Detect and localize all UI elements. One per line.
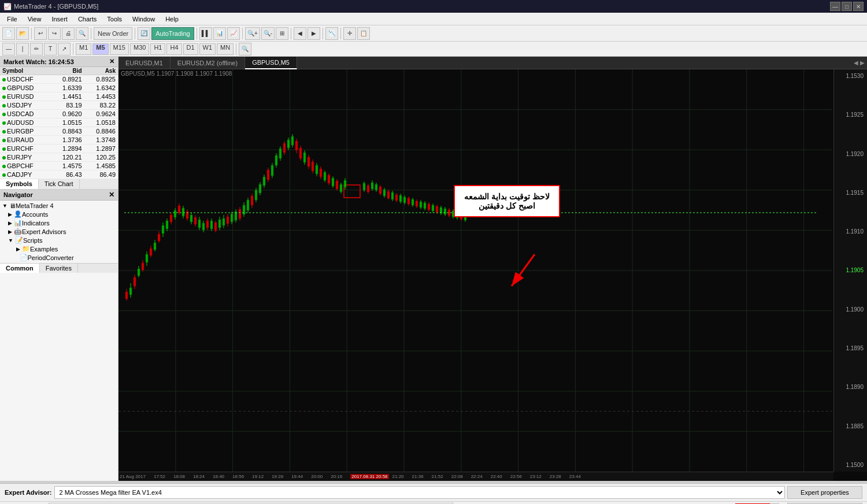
tf-mn[interactable]: MN <box>217 43 234 55</box>
redo-button[interactable]: ↪ <box>48 27 61 40</box>
mw-dot <box>2 130 6 134</box>
market-watch-row[interactable]: AUDUSD 1.0515 1.0518 <box>0 118 118 127</box>
tf-w1[interactable]: W1 <box>199 43 216 55</box>
nav-item-period-converter[interactable]: 📄 PeriodConverter <box>0 253 118 262</box>
svg-rect-99 <box>279 149 281 158</box>
template-button[interactable]: 📋 <box>357 27 370 40</box>
line-tool[interactable]: — <box>2 43 15 55</box>
market-watch-row[interactable]: EURCHF 1.2894 1.2897 <box>0 144 118 153</box>
print-button[interactable]: 🖨 <box>62 27 75 40</box>
svg-rect-121 <box>324 172 326 180</box>
h-line-tool[interactable]: | <box>16 43 29 55</box>
zoom-out-button[interactable]: 🔍- <box>261 27 275 40</box>
svg-rect-35 <box>150 249 152 255</box>
market-watch-row[interactable]: USDCAD 0.9620 0.9624 <box>0 110 118 118</box>
col-ask: Ask <box>84 67 118 75</box>
market-watch-row[interactable]: USDCHF 0.8921 0.8925 <box>0 75 118 84</box>
menu-help[interactable]: Help <box>161 14 183 24</box>
open-button[interactable]: 📂 <box>16 27 29 40</box>
close-button[interactable]: ✕ <box>853 2 864 11</box>
auto-trading-button[interactable]: AutoTrading <box>151 27 194 40</box>
zoom-in-button[interactable]: 🔍+ <box>245 27 260 40</box>
tab-tick-chart[interactable]: Tick Chart <box>39 179 80 189</box>
indicator-button[interactable]: 📉 <box>325 27 338 40</box>
price-1895: 1.1895 <box>835 345 866 351</box>
time-axis: 21 Aug 2017 17:52 18:08 18:24 18:40 18:5… <box>118 472 833 481</box>
market-watch-row[interactable]: USDJPY 83.19 83.22 <box>0 101 118 110</box>
print-prev-button[interactable]: 🔍 <box>76 27 88 40</box>
nav-tab-common[interactable]: Common <box>0 264 40 273</box>
menu-charts[interactable]: Charts <box>73 14 101 24</box>
col-symbol: Symbol <box>0 67 50 75</box>
tf-d1[interactable]: D1 <box>183 43 198 55</box>
market-watch-row[interactable]: GBPUSD 1.6339 1.6342 <box>0 84 118 92</box>
scroll-right-button[interactable]: ▶ <box>307 27 320 40</box>
tf-h1[interactable]: H1 <box>150 43 165 55</box>
market-watch-row[interactable]: EURAUD 1.3736 1.3748 <box>0 136 118 144</box>
chart-tab-gbpusd-m5[interactable]: GBPUSD,M5 <box>245 57 297 69</box>
title-bar-title: 📈 MetaTrader 4 - [GBPUSD,M5] <box>3 3 98 10</box>
nav-item-indicators[interactable]: ▶ 📊 Indicators <box>0 218 118 227</box>
mw-symbol: GBPUSD <box>0 84 50 92</box>
market-watch-row[interactable]: EURGBP 0.8843 0.8846 <box>0 127 118 136</box>
expert-properties-button[interactable]: Expert properties <box>787 486 862 499</box>
nav-item-accounts[interactable]: ▶ 👤 Accounts <box>0 210 118 218</box>
svg-rect-65 <box>210 221 213 229</box>
market-watch-row[interactable]: EURUSD 1.4451 1.4453 <box>0 92 118 101</box>
tf-m5[interactable]: M5 <box>92 43 108 55</box>
svg-rect-103 <box>287 140 290 148</box>
tf-h4[interactable]: H4 <box>166 43 181 55</box>
navigator-close-button[interactable]: ✕ <box>109 191 114 199</box>
tf-m30[interactable]: M30 <box>130 43 149 55</box>
text-tool[interactable]: T <box>44 43 57 55</box>
market-watch-row[interactable]: CADJPY 86.43 86.49 <box>0 171 118 179</box>
mw-ask: 0.8925 <box>84 75 118 84</box>
menu-insert[interactable]: Insert <box>47 14 72 24</box>
title-bar: 📈 MetaTrader 4 - [GBPUSD,M5] — □ ✕ <box>0 0 867 13</box>
nav-tab-favorites[interactable]: Favorites <box>40 264 78 273</box>
minimize-button[interactable]: — <box>830 2 840 11</box>
chart-zoom-in[interactable]: 🔄 <box>138 27 150 40</box>
crosshair-button[interactable]: ✛ <box>343 27 356 40</box>
mw-dot <box>2 156 6 160</box>
tf-m15[interactable]: M15 <box>110 43 129 55</box>
bar-chart-button[interactable]: ▌▌ <box>199 27 212 40</box>
chart-container[interactable]: GBPUSD,M5 1.1907 1.1908 1.1907 1.1908 <box>118 69 867 481</box>
menu-file[interactable]: File <box>2 14 22 24</box>
market-watch-close[interactable]: ✕ <box>109 58 114 65</box>
maximize-button[interactable]: □ <box>842 2 852 11</box>
sep4 <box>197 28 197 39</box>
menu-tools[interactable]: Tools <box>102 14 127 24</box>
scroll-left-button[interactable]: ◀ <box>294 27 306 40</box>
nav-item-metatrader4[interactable]: ▼ 🖥 MetaTrader 4 <box>0 202 118 210</box>
svg-rect-55 <box>190 215 192 222</box>
menu-window[interactable]: Window <box>128 14 160 24</box>
nav-item-examples[interactable]: ▶ 📁 Examples <box>0 244 118 253</box>
undo-button[interactable]: ↩ <box>34 27 47 40</box>
fit-button[interactable]: ⊞ <box>276 27 288 40</box>
tab-symbols[interactable]: Symbols <box>0 179 39 189</box>
nav-item-scripts[interactable]: ▼ 📝 Scripts <box>0 236 118 244</box>
chart-tab-eurusd-m2[interactable]: EURUSD,M2 (offline) <box>171 57 245 69</box>
nav-item-icon: 🖥 <box>9 202 16 209</box>
time-label: 19:12 <box>252 474 264 479</box>
title-bar-controls: — □ ✕ <box>830 2 864 11</box>
new-chart-button[interactable]: 📄 <box>2 27 15 40</box>
market-watch-row[interactable]: GBPCHF 1.4575 1.4585 <box>0 162 118 171</box>
draw-tool[interactable]: ✏ <box>30 43 43 55</box>
mw-symbol: USDJPY <box>0 101 50 110</box>
line-chart-button[interactable]: 📈 <box>227 27 240 40</box>
search-button[interactable]: 🔍 <box>239 43 251 55</box>
price-axis: 1.1530 1.1925 1.1920 1.1915 1.1910 1.190… <box>833 69 867 472</box>
menu-view[interactable]: View <box>23 14 46 24</box>
arrow-tool[interactable]: ↗ <box>58 43 71 55</box>
new-order-button[interactable]: New Order <box>94 27 132 40</box>
market-watch-tabs: Symbols Tick Chart <box>0 179 118 190</box>
tf-m1[interactable]: M1 <box>76 43 91 55</box>
chart-tab-eurusd-m1[interactable]: EURUSD,M1 <box>118 57 171 69</box>
price-1910: 1.1910 <box>835 228 866 235</box>
market-watch-row[interactable]: EURJPY 120.21 120.25 <box>0 153 118 162</box>
candle-chart-button[interactable]: 📊 <box>213 27 226 40</box>
nav-item-expert-advisors[interactable]: ▶ 🤖 Expert Advisors <box>0 227 118 236</box>
ea-selector[interactable]: 2 MA Crosses Mega filter EA V1.ex4 <box>54 486 785 499</box>
